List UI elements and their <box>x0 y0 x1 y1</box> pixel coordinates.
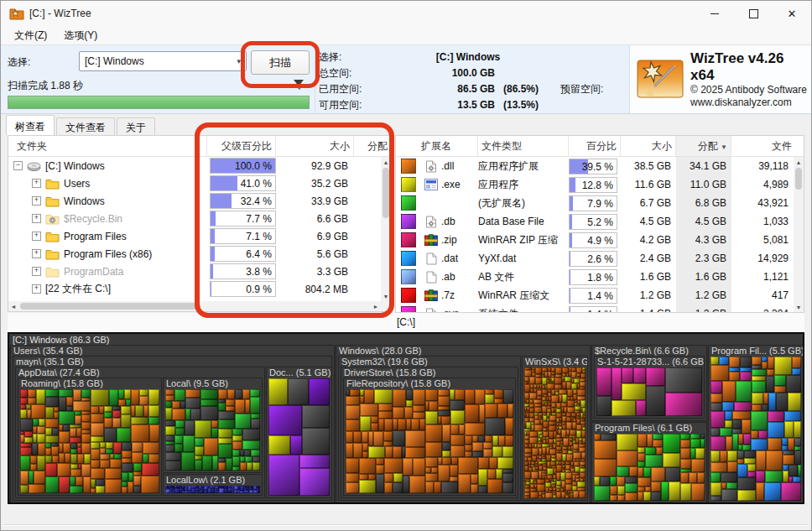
extension-row-4[interactable]: .zipWinRAR ZIP 压缩4.9 %4.2 GB4.3 GB5,081 <box>396 231 794 249</box>
tab-tree-view[interactable]: 树查看 <box>6 115 55 135</box>
header-filetype[interactable]: 文件类型 <box>478 136 569 156</box>
treemap-region-10[interactable]: FileRepository\ (15.8 GB) <box>344 378 515 495</box>
treemap-region-label: WinSxS\ (3.4 GB) <box>523 357 587 367</box>
folder-icon <box>45 195 60 207</box>
close-button[interactable]: ✕ <box>773 1 811 26</box>
header-extension[interactable]: 扩展名 <box>396 136 478 156</box>
treemap-region-14[interactable]: Program Fil... (5.5 GB) <box>709 346 803 502</box>
extension-row-6[interactable]: .abAB 文件1.8 %1.6 GB1.6 GB1,121 <box>396 268 794 286</box>
scroll-up-icon[interactable]: ▲ <box>794 157 804 167</box>
expand-icon[interactable]: + <box>32 267 41 276</box>
files-count: 4,989 <box>731 179 794 190</box>
treemap-region-label: Local\ (9.5 GB) <box>164 378 262 389</box>
folder-row-0[interactable]: −[C:] Windows100.0 %92.9 GB <box>8 157 381 174</box>
close-icon: ✕ <box>788 8 797 19</box>
extension-row-2[interactable]: (无扩展名)7.9 %6.7 GB6.8 GB43,921 <box>396 194 794 212</box>
scroll-left-icon[interactable]: ◄ <box>8 301 18 311</box>
folder-name: $Recycle.Bin <box>64 213 122 225</box>
header-alloc[interactable]: 分配 <box>354 136 391 156</box>
scroll-down-icon[interactable]: ▼ <box>381 291 391 301</box>
folder-row-3[interactable]: +$Recycle.Bin7.7 %6.6 GB <box>8 210 381 227</box>
types-vertical-scrollbar[interactable]: ▲ ▼ <box>794 157 804 312</box>
expand-icon[interactable]: + <box>32 179 41 188</box>
folder-row-1[interactable]: +Users41.0 %35.2 GB <box>8 174 381 192</box>
extension-row-3[interactable]: .dbData Base File5.2 %4.5 GB4.5 GB1,033 <box>396 212 794 231</box>
treemap-region-label: DriverStore\ (15.8 GB) <box>341 367 518 378</box>
expand-icon[interactable]: + <box>32 196 41 206</box>
minimize-button[interactable] <box>695 1 734 26</box>
expand-icon[interactable]: + <box>32 214 41 223</box>
stats-total-label: 总空间: <box>319 66 377 81</box>
folder-vscroll-thumb[interactable] <box>383 168 389 218</box>
extension-name: .ab <box>441 271 478 283</box>
menu-options[interactable]: 选项(Y) <box>57 27 104 44</box>
app-icon <box>9 7 24 20</box>
treemap-region-13[interactable]: S-1-5-21-28733... (6.6 GB) <box>595 357 704 418</box>
treemap-region-15[interactable]: Program Files\ (6.1 GB) <box>592 423 706 502</box>
maximize-button[interactable] <box>734 1 773 26</box>
drive-select[interactable]: [C:] Windows ▾ <box>79 51 247 71</box>
app-website-link[interactable]: www.diskanalyzer.com <box>690 96 811 109</box>
color-swatch <box>401 251 416 266</box>
gear-doc-icon <box>421 216 441 228</box>
folder-table-header: 文件夹 父级百分比 大小 分配 <box>8 136 391 157</box>
stats-used-percent: (86.5%) <box>495 82 560 96</box>
file-type-name: (无扩展名) <box>478 196 569 211</box>
window-title: [C:] - WizTree <box>29 8 91 19</box>
expand-icon[interactable]: + <box>32 232 41 241</box>
expand-icon[interactable]: + <box>32 249 41 258</box>
expand-icon[interactable]: + <box>32 284 41 294</box>
extension-name: .7z <box>441 289 478 301</box>
alloc-value: 4.5 GB <box>676 212 731 231</box>
toolbar-stats-section: 选择: [C:] Windows 总空间: 100.0 GB 已用空间: 86.… <box>315 45 629 113</box>
folder-row-2[interactable]: +Windows32.4 %33.9 GB <box>8 192 381 210</box>
stats-free-value: 13.5 GB <box>377 98 495 112</box>
percent-value: 100.0 % <box>235 159 272 173</box>
alloc-value: 2.3 GB <box>676 249 731 268</box>
scan-button[interactable]: 扫描 <box>251 50 310 75</box>
collapse-icon[interactable]: − <box>13 161 23 170</box>
treemap-region-label: mayn\ (35.1 GB) <box>13 357 331 367</box>
scroll-down-icon[interactable]: ▼ <box>794 302 804 312</box>
treemap-region-6[interactable]: Doc... (5.1 GB) <box>267 367 331 497</box>
folder-vertical-scrollbar[interactable]: ▲ ▼ <box>381 157 391 301</box>
tab-about[interactable]: 关于 <box>117 117 155 135</box>
treemap-region-5[interactable]: LocalLow\ (2.1 GB) <box>164 475 262 495</box>
menu-file[interactable]: 文件(Z) <box>8 27 54 44</box>
folder-row-7[interactable]: +[22 文件在 C:\]0.9 %804.2 MB <box>8 280 381 298</box>
filter-funnel-icon[interactable] <box>293 79 304 93</box>
files-count: 417 <box>731 289 794 301</box>
treemap-region-4[interactable]: Local\ (9.5 GB) <box>164 378 262 472</box>
extension-row-0[interactable]: .dll应用程序扩展39.5 %38.5 GB34.1 GB39,118 <box>396 157 794 175</box>
scroll-right-icon[interactable]: ► <box>371 301 381 311</box>
extension-row-7[interactable]: .7zWinRAR 压缩文1.4 %1.2 GB1.2 GB417 <box>396 286 794 305</box>
treemap-region-11[interactable]: WinSxS\ (3.4 GB) <box>523 357 587 500</box>
folder-dim-icon <box>45 266 60 278</box>
header-alloc2[interactable]: 分配 ▼ <box>676 136 731 156</box>
extension-row-1[interactable]: .exe应用程序12.8 %11.6 GB11.0 GB4,989 <box>396 175 794 194</box>
folder-row-4[interactable]: +Program Files7.1 %6.9 GB <box>8 227 381 245</box>
header-parent-percent[interactable]: 父级百分比 <box>207 136 276 156</box>
header-percent[interactable]: 百分比 <box>569 136 621 156</box>
folder-hscroll-thumb[interactable] <box>20 303 200 310</box>
extension-row-8[interactable]: .sys系统文件1.4 %1.4 GB1.2 GB2,304 <box>396 305 794 312</box>
header-folder[interactable]: 文件夹 <box>8 136 207 156</box>
treemap-mosaic <box>20 389 159 493</box>
extension-row-5[interactable]: .datYyXf.dat2.6 %2.4 GB2.3 GB14,929 <box>396 249 794 268</box>
treemap-region-3[interactable]: Roaming\ (15.8 GB) <box>18 378 161 495</box>
types-vscroll-thumb[interactable] <box>795 168 802 190</box>
percent-value: 6.4 % <box>246 247 272 261</box>
folder-row-6[interactable]: +ProgramData3.8 %3.3 GB <box>8 263 381 280</box>
folder-horizontal-scrollbar[interactable]: ◄ ► <box>8 301 381 311</box>
size-value: 1.6 GB <box>621 271 676 283</box>
folder-row-5[interactable]: +Program Files (x86)6.4 %5.6 GB <box>8 245 381 263</box>
folder-icon <box>45 231 60 242</box>
scroll-up-icon[interactable]: ▲ <box>381 157 391 167</box>
treemap[interactable]: [C:] Windows (86.3 GB) Users\ (35.4 GB)m… <box>8 332 804 504</box>
header-files[interactable]: 文件 <box>731 136 795 156</box>
tab-file-view[interactable]: 文件查看 <box>56 117 115 135</box>
header-size2[interactable]: 大小 <box>621 136 676 156</box>
header-size[interactable]: 大小 <box>276 136 354 156</box>
color-swatch <box>401 288 416 303</box>
exe-icon <box>421 179 441 190</box>
